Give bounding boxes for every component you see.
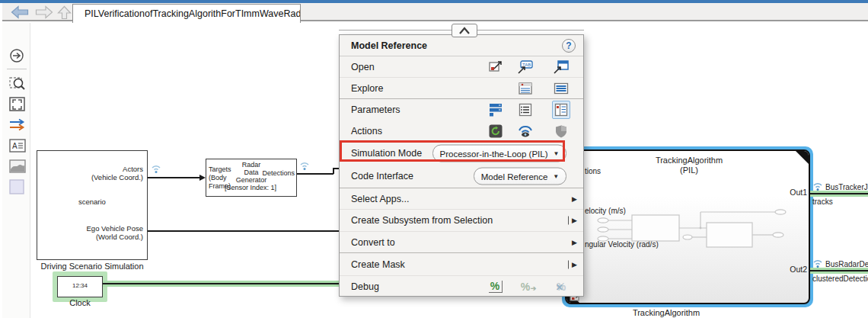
driving-scenario-caption: Driving Scenario Simulation: [23, 262, 161, 271]
explore-window-icon[interactable]: [517, 81, 534, 96]
menu-label-select-apps: Select Apps...: [351, 194, 409, 204]
clear-glyph: %✕: [555, 281, 567, 292]
wire-arrowhead: [199, 175, 206, 181]
property-list-icon[interactable]: [517, 102, 534, 117]
svg-text:TAB: TAB: [522, 63, 531, 67]
menu-label-parameters: Parameters: [351, 104, 400, 115]
help-icon[interactable]: ?: [562, 39, 576, 53]
simulation-mode-highlight-box: [340, 140, 565, 162]
parameters-dialog-icon[interactable]: [552, 101, 570, 119]
port-label-actors-coord: (Vehicle Coord.): [52, 173, 143, 181]
zoom-region-icon[interactable]: [8, 75, 27, 92]
breakpoint-glyph: %: [489, 281, 503, 293]
chevron-down-icon: ▼: [553, 173, 559, 180]
menu-label-create-subsystem: Create Subsystem from Selection: [351, 215, 493, 226]
menu-row-open[interactable]: Open TAB: [340, 56, 583, 77]
open-in-new-tab-icon[interactable]: TAB: [517, 59, 534, 75]
block-label-scenario: scenario: [78, 198, 106, 206]
wire-ego-pose[interactable]: [148, 230, 339, 232]
menu-row-explore[interactable]: Explore: [340, 77, 583, 98]
menu-title: Model Reference: [351, 40, 427, 51]
menu-row-select-apps[interactable]: Select Apps... ▶: [340, 188, 583, 209]
tracking-title: TrackingAlgorithm: [566, 156, 810, 165]
menu-label-convert-to: Convert to: [351, 237, 395, 248]
menu-row-actions[interactable]: Actions: [340, 120, 583, 142]
clear-breakpoints-icon[interactable]: %✕: [553, 279, 570, 294]
log-signals-icon[interactable]: [517, 124, 534, 139]
forward-icon[interactable]: [35, 5, 53, 19]
logged-signal-icon[interactable]: [151, 163, 161, 177]
palette-sidebar: A: [2, 23, 30, 318]
menu-label-code-interface: Code Interface: [351, 171, 413, 181]
radar-name-1: Radar: [228, 161, 274, 169]
shield-icon[interactable]: [553, 124, 570, 139]
step-to-breakpoint-icon[interactable]: %➔: [517, 279, 534, 294]
tracking-out2-label: Out2: [761, 265, 807, 274]
tracking-contents-preview: [590, 206, 807, 250]
bus2-signal-label: clusteredDetections: [812, 275, 868, 283]
radar-sensor-index: [Sensor Index: 1]: [216, 184, 285, 192]
back-icon[interactable]: [11, 5, 29, 19]
code-interface-value: Model Reference: [481, 172, 548, 181]
menu-row-code-interface[interactable]: Code Interface Model Reference ▼: [340, 165, 583, 188]
wire-actors-to-radar[interactable]: [148, 177, 200, 178]
menu-label-actions: Actions: [351, 126, 382, 137]
image-icon[interactable]: [8, 158, 27, 175]
step-glyph: %➔: [519, 281, 531, 292]
annotation-icon[interactable]: A: [8, 137, 27, 154]
menu-label-debug: Debug: [351, 281, 379, 292]
fit-to-view-icon[interactable]: [8, 96, 27, 113]
navigation-toolbar: PILVerificationofTrackingAlgorithForTImm…: [2, 3, 868, 21]
model-reference-context-menu: Model Reference ? Open TAB Explore Param…: [339, 34, 584, 297]
submenu-arrow-icon: ▶: [572, 261, 577, 268]
up-icon[interactable]: [57, 5, 72, 19]
collapse-menu-button[interactable]: [452, 24, 477, 37]
port-label-ego: Ego Vehicle Pose: [52, 224, 143, 233]
tracking-port-fragment-detections: tions: [585, 167, 601, 175]
radar-name-3: Generator: [228, 176, 274, 185]
simulink-editor-window: PILVerificationofTrackingAlgorithForTImm…: [0, 0, 868, 318]
code-interface-dropdown[interactable]: Model Reference ▼: [474, 168, 566, 185]
bus2-type-label: BusRadarDetection: [825, 260, 868, 268]
radar-port-in-2: (Body: [209, 174, 227, 182]
port-label-ego-coord: (World Coord.): [52, 233, 143, 241]
submenu-arrow-icon: ▶: [572, 239, 577, 246]
breakpoint-icon[interactable]: %: [487, 279, 504, 294]
submenu-arrow-icon: ▶: [572, 217, 577, 224]
viewmark-icon[interactable]: [8, 178, 27, 195]
tracking-subtitle: (PIL): [566, 165, 810, 175]
wire-detections-stub[interactable]: [333, 168, 339, 169]
menu-header-row: Model Reference ?: [340, 35, 583, 56]
bus1-type-label: BusTrackerJPDA: [825, 183, 868, 191]
logged-signal-icon[interactable]: [812, 258, 823, 271]
svg-text:A: A: [12, 142, 18, 150]
radar-port-out: Detections: [249, 169, 295, 178]
open-in-current-icon[interactable]: [487, 59, 504, 75]
clock-wire[interactable]: [103, 283, 340, 284]
model-breadcrumb[interactable]: PILVerificationofTrackingAlgorithForTImm…: [72, 4, 301, 23]
signal-arrows-icon[interactable]: [8, 118, 27, 135]
open-in-new-window-icon[interactable]: [553, 59, 570, 75]
tracking-caption: TrackingAlgorithm: [590, 308, 742, 317]
menu-row-create-subsystem[interactable]: Create Subsystem from Selection ▶: [340, 209, 583, 231]
menu-label-create-mask: Create Mask: [351, 259, 405, 270]
window-top-border: [0, 0, 868, 3]
menu-row-create-mask[interactable]: Create Mask ▶: [340, 252, 583, 275]
menu-row-debug[interactable]: Debug % %➔ %✕: [340, 275, 583, 297]
menu-row-convert-to[interactable]: Convert to ▶: [340, 231, 583, 252]
sidebar-divider: [7, 69, 27, 69]
logged-signal-icon[interactable]: [299, 160, 310, 174]
port-label-actors: Actors: [52, 165, 143, 173]
logged-signal-icon[interactable]: [812, 181, 823, 194]
refresh-icon[interactable]: [487, 124, 504, 139]
clock-caption: Clock: [42, 298, 118, 307]
menu-label-explore: Explore: [351, 83, 383, 94]
chevron-up-icon: [456, 26, 473, 35]
block-parameters-icon[interactable]: [487, 102, 504, 117]
bus1-signal-label: tracks: [812, 198, 833, 206]
enter-arrow-icon[interactable]: [8, 47, 27, 64]
menu-row-parameters[interactable]: Parameters: [340, 98, 583, 120]
submenu-divider: [568, 217, 569, 225]
tracking-out1-label: Out1: [761, 188, 807, 197]
model-explorer-icon[interactable]: [553, 81, 570, 96]
